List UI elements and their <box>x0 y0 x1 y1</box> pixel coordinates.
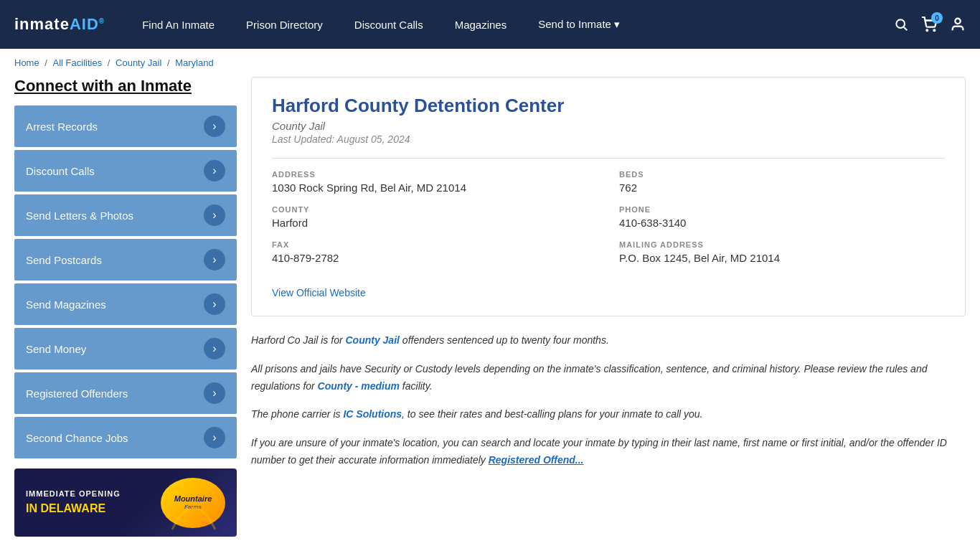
beds-label: BEDS <box>619 170 945 179</box>
county-value: Harford <box>272 217 598 229</box>
ad-banner[interactable]: IMMEDIATE OPENING IN DELAWARE Mountaire … <box>14 468 237 537</box>
county-jail-link[interactable]: County Jail <box>345 334 399 346</box>
sidebar-item-label: Send Magazines <box>26 298 106 311</box>
svg-point-2 <box>926 29 928 31</box>
phone-group: PHONE 410-638-3140 <box>619 205 945 229</box>
breadcrumb-maryland[interactable]: Maryland <box>175 57 213 68</box>
sidebar-item-send-money[interactable]: Send Money › <box>14 328 237 369</box>
phone-value: 410-638-3140 <box>619 217 945 229</box>
breadcrumb-home[interactable]: Home <box>14 57 39 68</box>
navbar: inmateAID® Find An Inmate Prison Directo… <box>0 0 980 49</box>
ic-solutions-link[interactable]: IC Solutions <box>343 408 402 420</box>
nav-prison-directory[interactable]: Prison Directory <box>230 0 339 49</box>
desc-para4-text: If you are unsure of your inmate's locat… <box>251 437 947 466</box>
search-button[interactable] <box>894 17 908 32</box>
view-website-link[interactable]: View Official Website <box>272 287 945 298</box>
beds-value: 762 <box>619 182 945 194</box>
facility-description: Harford Co Jail is for County Jail offen… <box>251 332 966 469</box>
ad-text: IMMEDIATE OPENING IN DELAWARE <box>26 488 121 517</box>
sidebar-item-send-letters[interactable]: Send Letters & Photos › <box>14 194 237 236</box>
breadcrumb-sep3: / <box>167 57 172 68</box>
sidebar-item-label: Send Letters & Photos <box>26 209 133 222</box>
breadcrumb-sep1: / <box>44 57 50 68</box>
arrow-icon: › <box>204 249 225 270</box>
svg-point-0 <box>896 19 905 28</box>
arrow-icon: › <box>204 382 225 404</box>
sidebar-title: Connect with an Inmate <box>14 77 237 95</box>
sidebar-item-label: Second Chance Jobs <box>26 432 128 444</box>
breadcrumb: Home / All Facilities / County Jail / Ma… <box>0 49 980 77</box>
cart-count: 0 <box>931 12 943 24</box>
arrow-icon: › <box>204 427 225 448</box>
mailing-label: MAILING ADDRESS <box>619 240 945 249</box>
sidebar-item-second-chance-jobs[interactable]: Second Chance Jobs › <box>14 417 237 458</box>
arrow-icon: › <box>204 160 225 182</box>
logo-text: inmateAID® <box>14 15 105 33</box>
desc-para3-pre: The phone carrier is <box>251 408 343 420</box>
arrow-icon: › <box>204 204 225 226</box>
sidebar-menu: Arrest Records › Discount Calls › Send L… <box>14 105 237 458</box>
facility-updated: Last Updated: August 05, 2024 <box>272 133 945 145</box>
user-button[interactable] <box>950 17 966 32</box>
sidebar-item-label: Send Postcards <box>26 254 102 266</box>
breadcrumb-county-jail[interactable]: County Jail <box>116 57 161 68</box>
arrow-icon: › <box>204 338 225 359</box>
nav-links: Find An Inmate Prison Directory Discount… <box>126 0 894 49</box>
sidebar-item-discount-calls[interactable]: Discount Calls › <box>14 150 237 192</box>
logo[interactable]: inmateAID® <box>14 15 105 34</box>
sidebar-item-send-magazines[interactable]: Send Magazines › <box>14 283 237 325</box>
sidebar-item-label: Registered Offenders <box>26 387 128 400</box>
desc-para2-post: facility. <box>400 380 433 392</box>
nav-magazines[interactable]: Magazines <box>439 0 523 49</box>
facility-card: Harford County Detention Center County J… <box>251 77 966 316</box>
address-label: ADDRESS <box>272 170 598 179</box>
fax-label: FAX <box>272 240 598 249</box>
desc-para1-post: offenders sentenced up to twenty four mo… <box>400 334 609 346</box>
ad-line1: IMMEDIATE OPENING <box>26 488 121 500</box>
county-medium-link[interactable]: County - medium <box>318 380 400 392</box>
desc-para3: The phone carrier is IC Solutions, to se… <box>251 406 966 423</box>
fax-value: 410-879-2782 <box>272 252 598 264</box>
sidebar-item-label: Send Money <box>26 343 86 355</box>
facility-type: County Jail <box>272 120 945 132</box>
ad-line2: IN DELAWARE <box>26 500 121 517</box>
mailing-group: MAILING ADDRESS P.O. Box 1245, Bel Air, … <box>619 240 945 264</box>
desc-para4: If you are unsure of your inmate's locat… <box>251 435 966 469</box>
sidebar-item-registered-offenders[interactable]: Registered Offenders › <box>14 372 237 414</box>
mailing-value: P.O. Box 1245, Bel Air, MD 21014 <box>619 252 945 264</box>
nav-discount-calls[interactable]: Discount Calls <box>339 0 439 49</box>
main-content: Harford County Detention Center County J… <box>251 77 966 537</box>
cart-button[interactable]: 0 <box>921 17 937 32</box>
facility-details: ADDRESS 1030 Rock Spring Rd, Bel Air, MD… <box>272 158 945 298</box>
svg-line-1 <box>904 27 908 31</box>
sidebar-item-label: Arrest Records <box>26 121 98 133</box>
arrow-icon: › <box>204 116 225 137</box>
nav-send-to-inmate[interactable]: Send to Inmate ▾ <box>522 0 636 49</box>
desc-para1: Harford Co Jail is for County Jail offen… <box>251 332 966 349</box>
breadcrumb-all-facilities[interactable]: All Facilities <box>53 57 103 68</box>
fax-group: FAX 410-879-2782 <box>272 240 598 264</box>
desc-para2: All prisons and jails have Security or C… <box>251 361 966 395</box>
sidebar-item-label: Discount Calls <box>26 165 95 177</box>
desc-para1-pre: Harford Co Jail is for <box>251 334 345 346</box>
main-layout: Connect with an Inmate Arrest Records › … <box>0 77 980 551</box>
county-label: COUNTY <box>272 205 598 214</box>
svg-point-3 <box>933 29 935 31</box>
registered-offenders-link[interactable]: Registered Offend... <box>489 454 584 466</box>
sidebar: Connect with an Inmate Arrest Records › … <box>14 77 237 537</box>
county-group: COUNTY Harford <box>272 205 598 229</box>
desc-para3-post: , to see their rates and best-calling pl… <box>402 408 702 420</box>
breadcrumb-sep2: / <box>108 57 113 68</box>
phone-label: PHONE <box>619 205 945 214</box>
svg-point-4 <box>955 19 960 24</box>
beds-group: BEDS 762 <box>619 170 945 194</box>
address-value: 1030 Rock Spring Rd, Bel Air, MD 21014 <box>272 182 598 194</box>
nav-icons: 0 <box>894 17 966 32</box>
sidebar-item-arrest-records[interactable]: Arrest Records › <box>14 105 237 147</box>
sidebar-item-send-postcards[interactable]: Send Postcards › <box>14 239 237 281</box>
address-group: ADDRESS 1030 Rock Spring Rd, Bel Air, MD… <box>272 170 598 194</box>
nav-find-inmate[interactable]: Find An Inmate <box>126 0 230 49</box>
arrow-icon: › <box>204 293 225 315</box>
facility-name: Harford County Detention Center <box>272 95 945 117</box>
